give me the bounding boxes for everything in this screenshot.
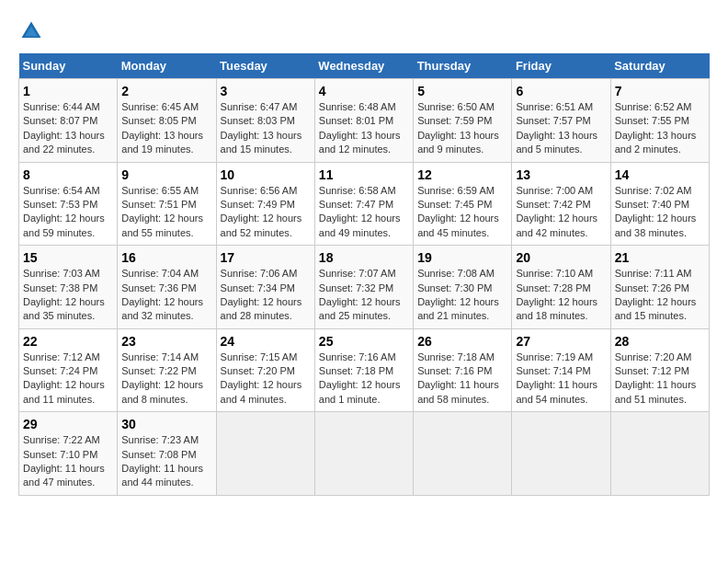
table-row: 3Sunrise: 6:47 AMSunset: 8:03 PMDaylight… xyxy=(216,79,314,163)
table-row xyxy=(314,412,413,496)
day-info: Sunrise: 7:00 AMSunset: 7:42 PMDaylight:… xyxy=(516,184,606,241)
day-number: 22 xyxy=(23,334,113,349)
day-info: Sunrise: 6:54 AMSunset: 7:53 PMDaylight:… xyxy=(23,184,113,241)
logo xyxy=(18,18,48,44)
day-number: 7 xyxy=(615,84,705,98)
day-number: 13 xyxy=(516,167,606,182)
day-number: 10 xyxy=(221,167,311,182)
day-info: Sunrise: 7:16 AMSunset: 7:18 PMDaylight:… xyxy=(319,350,409,408)
table-row: 2Sunrise: 6:45 AMSunset: 8:05 PMDaylight… xyxy=(118,79,216,163)
day-number: 14 xyxy=(615,167,705,182)
table-row xyxy=(610,412,709,496)
day-number: 12 xyxy=(417,167,507,182)
day-info: Sunrise: 7:10 AMSunset: 7:28 PMDaylight:… xyxy=(516,267,606,324)
day-number: 2 xyxy=(121,84,211,98)
table-row: 7Sunrise: 6:52 AMSunset: 7:55 PMDaylight… xyxy=(610,79,709,163)
table-row: 27Sunrise: 7:19 AMSunset: 7:14 PMDayligh… xyxy=(512,328,610,412)
day-number: 18 xyxy=(319,250,409,265)
table-row: 13Sunrise: 7:00 AMSunset: 7:42 PMDayligh… xyxy=(512,162,610,246)
calendar-week-5: 29Sunrise: 7:22 AMSunset: 7:10 PMDayligh… xyxy=(19,412,710,496)
calendar-week-2: 8Sunrise: 6:54 AMSunset: 7:53 PMDaylight… xyxy=(19,162,710,246)
table-row: 11Sunrise: 6:58 AMSunset: 7:47 PMDayligh… xyxy=(314,162,413,246)
day-info: Sunrise: 6:48 AMSunset: 8:01 PMDaylight:… xyxy=(319,100,409,157)
day-number: 16 xyxy=(121,250,211,265)
day-info: Sunrise: 7:03 AMSunset: 7:38 PMDaylight:… xyxy=(23,267,113,324)
day-info: Sunrise: 7:15 AMSunset: 7:20 PMDaylight:… xyxy=(221,350,311,408)
table-row: 8Sunrise: 6:54 AMSunset: 7:53 PMDaylight… xyxy=(19,162,118,246)
day-info: Sunrise: 7:11 AMSunset: 7:26 PMDaylight:… xyxy=(615,267,705,324)
header-cell-friday: Friday xyxy=(512,53,610,79)
day-info: Sunrise: 7:07 AMSunset: 7:32 PMDaylight:… xyxy=(319,267,409,324)
day-info: Sunrise: 7:14 AMSunset: 7:22 PMDaylight:… xyxy=(121,350,211,408)
table-row: 10Sunrise: 6:56 AMSunset: 7:49 PMDayligh… xyxy=(216,162,314,246)
day-info: Sunrise: 6:45 AMSunset: 8:05 PMDaylight:… xyxy=(121,100,211,157)
header-row: SundayMondayTuesdayWednesdayThursdayFrid… xyxy=(19,53,710,79)
logo-icon xyxy=(18,18,44,44)
table-row: 16Sunrise: 7:04 AMSunset: 7:36 PMDayligh… xyxy=(118,246,216,329)
day-number: 21 xyxy=(615,250,705,265)
day-info: Sunrise: 6:56 AMSunset: 7:49 PMDaylight:… xyxy=(221,184,311,241)
calendar-week-3: 15Sunrise: 7:03 AMSunset: 7:38 PMDayligh… xyxy=(19,246,710,329)
day-info: Sunrise: 6:47 AMSunset: 8:03 PMDaylight:… xyxy=(221,100,311,157)
day-info: Sunrise: 6:58 AMSunset: 7:47 PMDaylight:… xyxy=(319,184,409,241)
day-number: 24 xyxy=(221,334,311,349)
day-number: 8 xyxy=(23,167,113,182)
day-info: Sunrise: 7:20 AMSunset: 7:12 PMDaylight:… xyxy=(615,350,705,408)
table-row: 5Sunrise: 6:50 AMSunset: 7:59 PMDaylight… xyxy=(414,79,512,163)
day-number: 15 xyxy=(23,250,113,265)
table-row: 4Sunrise: 6:48 AMSunset: 8:01 PMDaylight… xyxy=(314,79,413,163)
table-row: 19Sunrise: 7:08 AMSunset: 7:30 PMDayligh… xyxy=(414,246,512,329)
calendar-week-4: 22Sunrise: 7:12 AMSunset: 7:24 PMDayligh… xyxy=(19,328,710,412)
day-info: Sunrise: 6:59 AMSunset: 7:45 PMDaylight:… xyxy=(417,184,507,241)
day-number: 5 xyxy=(417,84,507,98)
day-info: Sunrise: 7:19 AMSunset: 7:14 PMDaylight:… xyxy=(516,350,606,408)
header-cell-saturday: Saturday xyxy=(610,53,709,79)
day-info: Sunrise: 6:52 AMSunset: 7:55 PMDaylight:… xyxy=(615,100,705,157)
table-row: 28Sunrise: 7:20 AMSunset: 7:12 PMDayligh… xyxy=(610,328,709,412)
day-number: 4 xyxy=(319,84,409,98)
day-number: 27 xyxy=(516,334,606,349)
day-number: 28 xyxy=(615,334,705,349)
day-number: 23 xyxy=(121,334,211,349)
table-row: 26Sunrise: 7:18 AMSunset: 7:16 PMDayligh… xyxy=(414,328,512,412)
day-number: 3 xyxy=(221,84,311,98)
day-info: Sunrise: 7:04 AMSunset: 7:36 PMDaylight:… xyxy=(121,267,211,324)
table-row: 14Sunrise: 7:02 AMSunset: 7:40 PMDayligh… xyxy=(610,162,709,246)
day-info: Sunrise: 7:22 AMSunset: 7:10 PMDaylight:… xyxy=(23,433,113,490)
day-info: Sunrise: 7:23 AMSunset: 7:08 PMDaylight:… xyxy=(121,433,211,490)
table-row xyxy=(216,412,314,496)
calendar-body: 1Sunrise: 6:44 AMSunset: 8:07 PMDaylight… xyxy=(19,79,710,496)
table-row: 12Sunrise: 6:59 AMSunset: 7:45 PMDayligh… xyxy=(414,162,512,246)
day-info: Sunrise: 6:55 AMSunset: 7:51 PMDaylight:… xyxy=(121,184,211,241)
day-number: 29 xyxy=(23,417,113,431)
day-info: Sunrise: 6:44 AMSunset: 8:07 PMDaylight:… xyxy=(23,100,113,157)
table-row: 24Sunrise: 7:15 AMSunset: 7:20 PMDayligh… xyxy=(216,328,314,412)
calendar-week-1: 1Sunrise: 6:44 AMSunset: 8:07 PMDaylight… xyxy=(19,79,710,163)
header-cell-wednesday: Wednesday xyxy=(314,53,413,79)
day-number: 19 xyxy=(417,250,507,265)
table-row: 21Sunrise: 7:11 AMSunset: 7:26 PMDayligh… xyxy=(610,246,709,329)
day-number: 11 xyxy=(319,167,409,182)
page-header xyxy=(18,18,710,44)
calendar-header: SundayMondayTuesdayWednesdayThursdayFrid… xyxy=(19,53,710,79)
calendar-table: SundayMondayTuesdayWednesdayThursdayFrid… xyxy=(18,53,710,496)
header-cell-monday: Monday xyxy=(118,53,216,79)
header-cell-sunday: Sunday xyxy=(19,53,118,79)
day-info: Sunrise: 7:18 AMSunset: 7:16 PMDaylight:… xyxy=(417,350,507,408)
table-row: 18Sunrise: 7:07 AMSunset: 7:32 PMDayligh… xyxy=(314,246,413,329)
table-row: 6Sunrise: 6:51 AMSunset: 7:57 PMDaylight… xyxy=(512,79,610,163)
table-row: 15Sunrise: 7:03 AMSunset: 7:38 PMDayligh… xyxy=(19,246,118,329)
day-number: 26 xyxy=(417,334,507,349)
table-row: 20Sunrise: 7:10 AMSunset: 7:28 PMDayligh… xyxy=(512,246,610,329)
header-cell-thursday: Thursday xyxy=(414,53,512,79)
day-number: 17 xyxy=(221,250,311,265)
table-row: 30Sunrise: 7:23 AMSunset: 7:08 PMDayligh… xyxy=(118,412,216,496)
day-info: Sunrise: 7:12 AMSunset: 7:24 PMDaylight:… xyxy=(23,350,113,408)
table-row: 17Sunrise: 7:06 AMSunset: 7:34 PMDayligh… xyxy=(216,246,314,329)
day-number: 20 xyxy=(516,250,606,265)
day-number: 1 xyxy=(23,84,113,98)
day-info: Sunrise: 6:50 AMSunset: 7:59 PMDaylight:… xyxy=(417,100,507,157)
table-row xyxy=(512,412,610,496)
day-info: Sunrise: 7:02 AMSunset: 7:40 PMDaylight:… xyxy=(615,184,705,241)
day-number: 6 xyxy=(516,84,606,98)
